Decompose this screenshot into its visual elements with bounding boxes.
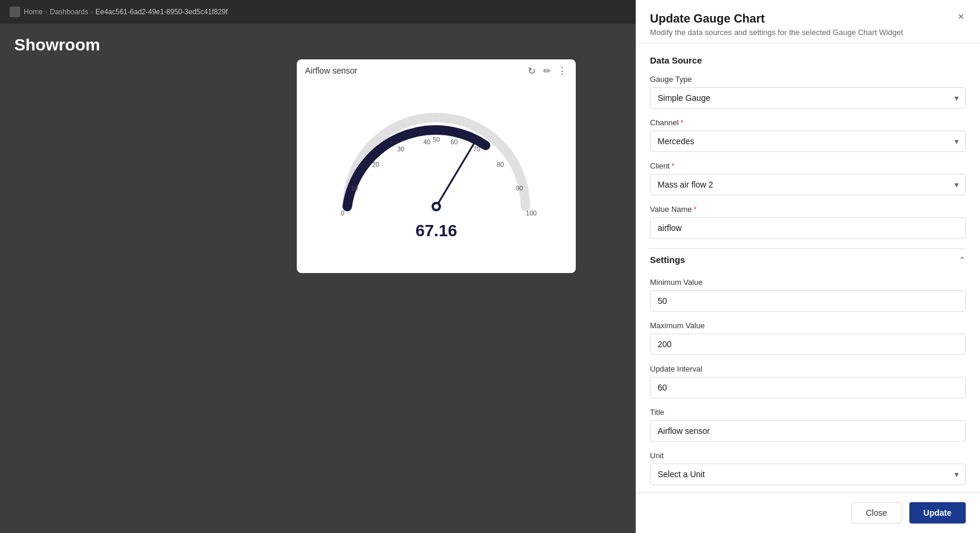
title-field: Title xyxy=(650,408,966,442)
topbar: Home › Dashboards › Ee4ac561-6ad2-49e1-8… xyxy=(0,0,636,24)
value-name-input[interactable] xyxy=(650,217,966,239)
client-required-star: * xyxy=(671,162,674,170)
breadcrumb-sep-1: › xyxy=(45,8,47,16)
breadcrumb-sep-2: › xyxy=(91,8,93,16)
breadcrumb-home[interactable]: Home xyxy=(24,8,43,16)
sidebar-header: Update Gauge Chart Modify the data sourc… xyxy=(636,0,980,43)
svg-text:90: 90 xyxy=(516,185,523,192)
edit-icon[interactable]: ✏ xyxy=(541,65,552,76)
breadcrumb-current: Ee4ac561-6ad2-49e1-8950-3ed5c41f829f xyxy=(96,8,228,16)
sidebar-footer: Close Update xyxy=(636,492,980,533)
svg-text:0: 0 xyxy=(341,210,344,217)
update-gauge-sidebar: Update Gauge Chart Modify the data sourc… xyxy=(636,0,980,533)
gauge-type-select[interactable]: Simple Gauge Arc Gauge Radial Gauge xyxy=(650,87,966,109)
settings-section: Settings ⌃ Minimum Value Maximum Value U… xyxy=(650,248,966,485)
channel-required-star: * xyxy=(680,119,683,127)
unit-select-wrapper: Select a Unit kg/h m/s L/min xyxy=(650,464,966,485)
title-input[interactable] xyxy=(650,420,966,442)
update-interval-field: Update Interval xyxy=(650,364,966,398)
client-select[interactable]: Mass air flow 2 Mass air flow 1 Sensor 3 xyxy=(650,174,966,195)
max-value-input[interactable] xyxy=(650,334,966,355)
client-field: Client * Mass air flow 2 Mass air flow 1… xyxy=(650,161,966,195)
min-value-field: Minimum Value xyxy=(650,278,966,312)
svg-text:20: 20 xyxy=(372,161,379,168)
breadcrumb-dashboards[interactable]: Dashboards xyxy=(50,8,88,16)
sidebar-content: Data Source Gauge Type Simple Gauge Arc … xyxy=(636,43,980,492)
update-button[interactable]: Update xyxy=(909,502,966,524)
settings-section-header[interactable]: Settings ⌃ xyxy=(650,248,966,271)
svg-point-13 xyxy=(434,204,439,209)
min-value-label: Minimum Value xyxy=(650,278,966,287)
gauge-svg: 0 10 20 30 40 50 60 70 80 90 1 xyxy=(329,97,543,227)
data-source-title: Data Source xyxy=(650,53,966,65)
close-x-button[interactable]: × xyxy=(954,9,968,24)
gauge-widget-actions: ↻ ✏ ⋮ xyxy=(526,65,567,76)
max-value-label: Maximum Value xyxy=(650,321,966,330)
settings-section-title: Settings xyxy=(650,255,685,265)
close-button[interactable]: Close xyxy=(851,502,902,524)
settings-chevron-icon: ⌃ xyxy=(959,255,966,265)
value-name-field: Value Name * xyxy=(650,205,966,239)
unit-field: Unit Select a Unit kg/h m/s L/min xyxy=(650,451,966,485)
value-name-label: Value Name * xyxy=(650,205,966,214)
gauge-widget-header: Airflow sensor ↻ ✏ ⋮ xyxy=(297,59,576,76)
channel-field: Channel * Mercedes BMW Audi xyxy=(650,118,966,152)
sidebar-subtitle: Modify the data sources and settings for… xyxy=(650,28,966,37)
gauge-container: 0 10 20 30 40 50 60 70 80 90 1 xyxy=(297,76,576,273)
svg-text:80: 80 xyxy=(497,161,504,168)
client-label: Client * xyxy=(650,161,966,170)
svg-text:70: 70 xyxy=(473,145,480,153)
svg-text:100: 100 xyxy=(526,210,537,217)
title-label: Title xyxy=(650,408,966,417)
update-interval-label: Update Interval xyxy=(650,364,966,373)
unit-select[interactable]: Select a Unit kg/h m/s L/min xyxy=(650,464,966,485)
data-source-section: Data Source Gauge Type Simple Gauge Arc … xyxy=(650,53,966,239)
gauge-type-field: Gauge Type Simple Gauge Arc Gauge Radial… xyxy=(650,75,966,109)
svg-text:40: 40 xyxy=(423,138,430,145)
channel-select-wrapper: Mercedes BMW Audi xyxy=(650,131,966,152)
unit-label: Unit xyxy=(650,451,966,460)
client-select-wrapper: Mass air flow 2 Mass air flow 1 Sensor 3 xyxy=(650,174,966,195)
dashboard-area: Home › Dashboards › Ee4ac561-6ad2-49e1-8… xyxy=(0,0,636,533)
max-value-field: Maximum Value xyxy=(650,321,966,355)
svg-text:30: 30 xyxy=(397,145,404,153)
update-interval-input[interactable] xyxy=(650,377,966,398)
more-icon[interactable]: ⋮ xyxy=(557,65,567,76)
channel-select[interactable]: Mercedes BMW Audi xyxy=(650,131,966,152)
value-name-required-star: * xyxy=(694,205,697,214)
gauge-type-label: Gauge Type xyxy=(650,75,966,84)
refresh-icon[interactable]: ↻ xyxy=(526,65,537,76)
gauge-widget-title: Airflow sensor xyxy=(305,66,357,75)
gauge-value: 67.16 xyxy=(416,221,457,240)
app-icon xyxy=(9,7,20,17)
gauge-type-select-wrapper: Simple Gauge Arc Gauge Radial Gauge xyxy=(650,87,966,109)
svg-text:60: 60 xyxy=(451,138,458,145)
channel-label: Channel * xyxy=(650,118,966,127)
svg-text:10: 10 xyxy=(351,185,358,192)
min-value-input[interactable] xyxy=(650,290,966,312)
svg-text:50: 50 xyxy=(433,136,440,143)
breadcrumb: Home › Dashboards › Ee4ac561-6ad2-49e1-8… xyxy=(24,8,228,16)
sidebar-title: Update Gauge Chart xyxy=(650,12,966,26)
gauge-widget: Airflow sensor ↻ ✏ ⋮ 0 10 20 xyxy=(297,59,576,273)
svg-line-11 xyxy=(436,140,476,207)
page-title: Showroom xyxy=(0,24,636,64)
